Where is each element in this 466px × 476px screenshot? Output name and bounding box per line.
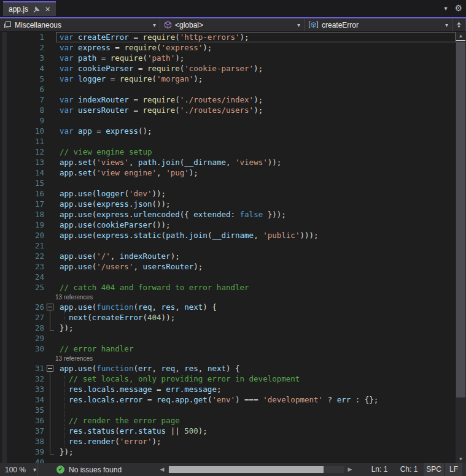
editor-status-bar: 100 % ▾ ✓ No issues found ◀ ▶ Ln: 1 Ch: … <box>0 463 466 476</box>
line-number: 38 <box>0 436 44 447</box>
member-label: createError <box>322 21 359 29</box>
chevron-down-icon: ▾ <box>292 21 300 28</box>
code-line: 34 res.locals.error = req.app.get('env')… <box>0 394 456 405</box>
codelens-references[interactable]: 13 references <box>55 354 93 363</box>
project-dropdown[interactable]: Miscellaneous ▾ <box>0 18 160 31</box>
code-text: var express = require('express'); <box>56 42 456 53</box>
scroll-up-arrow-icon[interactable]: ▲ <box>456 32 466 40</box>
code-line: 37 res.status(err.status || 500); <box>0 426 456 436</box>
pin-icon[interactable] <box>33 6 40 13</box>
project-label: Miscellaneous <box>15 21 61 29</box>
column-indicator: Ch: 1 <box>395 463 422 476</box>
code-region[interactable]: 1var createError = require('http-errors'… <box>0 32 456 463</box>
code-text: app.use(express.json()); <box>56 199 456 209</box>
zoom-selector[interactable]: 100 % ▾ <box>0 463 38 476</box>
fold-collapse-box[interactable] <box>47 304 53 310</box>
code-line: 19app.use(cookieParser()); <box>0 220 456 230</box>
line-number: 5 <box>0 74 44 84</box>
project-icon <box>4 21 12 29</box>
line-number: 22 <box>0 251 44 261</box>
issues-indicator[interactable]: ✓ No issues found <box>56 463 122 476</box>
tab-strip: app.js ✕ ▾ ⚙ <box>0 0 466 17</box>
code-text: app.use(express.static(path.join(__dirna… <box>56 230 456 240</box>
line-number: 25 <box>0 282 44 293</box>
code-line: 40 <box>0 457 456 463</box>
method-icon <box>308 21 319 29</box>
vs-editor-window: app.js ✕ ▾ ⚙ Miscellaneous ▾ <global> ▾ <box>0 0 466 476</box>
line-number: 13 <box>0 157 44 167</box>
code-line: 4var cookieParser = require('cookie-pars… <box>0 63 456 74</box>
code-line: 36 // render the error page <box>0 415 456 426</box>
code-line: 23app.use('/users', usersRouter); <box>0 261 456 272</box>
code-text: res.status(err.status || 500); <box>56 426 456 436</box>
horizontal-scrollbar[interactable] <box>168 466 344 473</box>
line-number: 40 <box>0 457 44 463</box>
code-text: var app = express(); <box>56 126 456 136</box>
fold-region-end <box>50 447 54 455</box>
code-line: 33 res.locals.message = err.message; <box>0 384 456 394</box>
vertical-scrollbar[interactable]: ▲ ▼ <box>456 32 466 463</box>
code-line: 35 <box>0 405 456 415</box>
code-line: 15 <box>0 178 456 188</box>
tab-title: app.js <box>9 5 28 13</box>
line-number: 39 <box>0 447 44 457</box>
caret-position-marker <box>456 40 465 41</box>
line-number: 33 <box>0 384 44 394</box>
fold-region-line <box>50 436 50 447</box>
code-line: 25// catch 404 and forward to error hand… <box>0 282 456 293</box>
code-text: app.use('/', indexRouter); <box>56 251 456 261</box>
code-line: 27 next(createError(404)); <box>0 312 456 323</box>
member-dropdown[interactable]: createError ▾ <box>305 18 452 31</box>
fold-region-line <box>50 374 50 384</box>
indentation-indicator[interactable]: SPC <box>424 463 444 476</box>
line-number: 28 <box>0 323 44 333</box>
line-indicator: Ln: 1 <box>365 463 394 476</box>
code-line: 13app.set('views', path.join(__dirname, … <box>0 157 456 167</box>
code-line: 12// view engine setup <box>0 147 456 157</box>
code-line: 10var app = express(); <box>0 126 456 136</box>
line-ending-indicator[interactable]: LF <box>445 463 462 476</box>
fold-collapse-box[interactable] <box>47 365 53 372</box>
fold-region-line <box>50 384 50 394</box>
code-text: res.locals.message = err.message; <box>56 384 456 394</box>
line-number: 1 <box>0 32 44 42</box>
code-text: res.render('error'); <box>56 436 456 447</box>
code-text: app.use(function(req, res, next) { <box>56 302 456 312</box>
line-number: 35 <box>0 405 44 415</box>
line-number: 31 <box>0 363 44 374</box>
scroll-down-arrow-icon[interactable]: ▼ <box>456 455 466 463</box>
line-number: 8 <box>0 105 44 115</box>
line-number: 34 <box>0 394 44 405</box>
scroll-left-arrow-icon[interactable]: ◀ <box>158 463 166 476</box>
line-number: 9 <box>0 115 44 126</box>
tab-list-chevron-icon[interactable]: ▾ <box>444 5 447 12</box>
code-text: // error handler <box>56 344 456 354</box>
line-number: 24 <box>0 272 44 282</box>
gear-icon[interactable]: ⚙ <box>454 3 462 13</box>
line-number: 2 <box>0 42 44 53</box>
code-line: 32 // set locals, only providing error i… <box>0 374 456 384</box>
code-line: 31app.use(function(err, req, res, next) … <box>0 363 456 374</box>
scroll-right-arrow-icon[interactable]: ▶ <box>346 463 354 476</box>
close-icon[interactable]: ✕ <box>45 6 50 13</box>
code-text: var usersRouter = require('./routes/user… <box>56 105 456 115</box>
line-number: 37 <box>0 426 44 436</box>
namespace-cube-icon <box>164 21 172 29</box>
code-line: 2var express = require('express'); <box>0 42 456 53</box>
horizontal-scrollbar-thumb[interactable] <box>169 466 324 473</box>
line-number: 6 <box>0 84 44 94</box>
code-line: 8var usersRouter = require('./routes/use… <box>0 105 456 115</box>
code-text: var path = require('path'); <box>56 53 456 63</box>
tab-appjs[interactable]: app.js ✕ <box>3 1 56 16</box>
navigation-bar: Miscellaneous ▾ <global> ▾ createError ▾ <box>0 17 466 32</box>
vertical-scrollbar-thumb[interactable] <box>456 42 465 397</box>
code-text: app.set('view engine', 'pug'); <box>56 167 456 178</box>
code-text: // render the error page <box>56 415 456 426</box>
code-line: 6 <box>0 84 456 94</box>
codelens-references[interactable]: 13 references <box>55 293 93 302</box>
split-window-button[interactable] <box>452 18 466 31</box>
code-text: // set locals, only providing error in d… <box>56 374 456 384</box>
line-number: 15 <box>0 178 44 188</box>
line-number: 18 <box>0 209 44 220</box>
scope-dropdown[interactable]: <global> ▾ <box>160 18 305 31</box>
